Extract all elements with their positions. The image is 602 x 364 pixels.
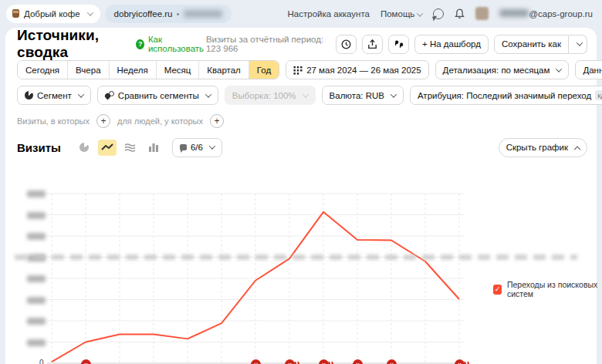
annotation-bubble-icon: н <box>455 359 465 364</box>
detalization-dropdown[interactable]: Детализация: по месяцам <box>435 60 570 79</box>
visits-period-value: 123 966 <box>206 44 238 53</box>
chevron-down-icon <box>576 39 582 46</box>
date-range-value: 27 мая 2024 — 26 мая 2025 <box>306 66 421 75</box>
period-month[interactable]: Месяц <box>157 61 200 79</box>
segment-builder-row: Визиты, в которых + для людей, у которых… <box>17 113 224 130</box>
chevron-down-icon <box>78 91 84 97</box>
chart-type-area[interactable] <box>121 140 140 156</box>
user-email[interactable]: @caps-group.ru <box>499 9 593 19</box>
hide-chart-button[interactable]: Скрыть график <box>499 138 587 157</box>
chevron-down-icon <box>86 9 93 15</box>
help-green-icon: ? <box>136 39 144 49</box>
chevron-down-icon <box>556 66 562 72</box>
y-axis-label-blurred <box>27 233 46 240</box>
site-domain: dobryicoffee.ru <box>114 9 173 19</box>
save-as-button[interactable]: Сохранить как <box>494 35 569 54</box>
add-people-condition-button[interactable]: + <box>210 114 224 128</box>
save-as-dropdown[interactable] <box>569 35 587 54</box>
annotation-marker[interactable]: н <box>81 359 98 364</box>
y-axis-label-blurred <box>27 339 46 346</box>
y-axis-label-blurred <box>27 318 46 325</box>
chart-type-pie[interactable] <box>75 140 93 156</box>
coffee-favicon-icon <box>12 9 19 18</box>
annotation-marker[interactable]: н <box>251 359 268 364</box>
period-row: Сегодня Вчера Неделя Месяц Квартал Год 2… <box>17 60 602 79</box>
annotation-marker[interactable]: н <box>455 359 472 364</box>
add-visit-condition-button[interactable]: + <box>96 114 110 128</box>
compare-segments-icon <box>105 91 114 99</box>
history-button[interactable] <box>336 35 357 54</box>
chevron-down-icon <box>417 10 423 16</box>
legend-label: Переходы из поисковых систем <box>507 280 602 298</box>
help-menu[interactable]: Помощь <box>380 9 422 19</box>
marks-button[interactable] <box>388 35 409 54</box>
how-to-use-link[interactable]: Как использовать <box>148 35 206 53</box>
save-as-split-button: Сохранить как <box>494 35 587 54</box>
filters-row: Сегмент Сравнить сегменты Выборка: 100% … <box>17 86 602 105</box>
period-quarter[interactable]: Квартал <box>199 61 249 79</box>
period-today[interactable]: Сегодня <box>18 61 68 79</box>
chevron-down-icon <box>209 143 215 149</box>
people-condition-label: для людей, у которых <box>117 116 203 126</box>
report-header: Источники, сводка ? Как использовать Виз… <box>17 34 587 54</box>
segment-dropdown[interactable]: Сегмент <box>17 86 91 105</box>
paw-marks-icon <box>393 39 404 49</box>
annotation-bubble-icon: н <box>285 359 295 364</box>
legend-checkbox[interactable]: ✓ <box>493 285 502 295</box>
project-name: Добрый кофе <box>24 9 80 19</box>
chart-header-row: Визиты 6/6 <box>17 137 587 157</box>
annotation-bubble-icon: н <box>387 359 397 364</box>
add-to-dashboard-button[interactable]: + На дашборд <box>414 35 489 54</box>
visits-chart: Май 24Июл 24Сен 24Ноя 24Янв 25Мар 25Май … <box>5 157 602 364</box>
header-buttons: + На дашборд Сохранить как <box>336 35 587 54</box>
period-week[interactable]: Неделя <box>110 61 157 79</box>
y-axis-zero-label: 0 <box>39 359 44 364</box>
columns-chart-icon <box>148 143 159 152</box>
project-selector[interactable]: Добрый кофе <box>6 5 100 23</box>
account-settings-link[interactable]: Настройка аккаунта <box>288 9 370 19</box>
chart-type-line[interactable] <box>98 140 117 156</box>
blurred-site-id <box>184 10 222 18</box>
avatar[interactable] <box>475 7 489 20</box>
y-axis-label-blurred <box>27 297 46 304</box>
clock-icon <box>341 39 351 49</box>
annotation-bubble-icon: н <box>251 359 261 364</box>
annotation-bubble-icon: н <box>319 359 329 364</box>
stacked-area-icon <box>124 143 136 152</box>
annotation-marker[interactable]: н <box>353 359 370 364</box>
y-axis-label-blurred <box>27 212 46 219</box>
notes-filter-button[interactable]: 6/6 <box>172 138 222 157</box>
compare-segments-dropdown[interactable]: Сравнить сегменты <box>97 86 218 105</box>
report-card: Источники, сводка ? Как использовать Виз… <box>5 28 597 364</box>
visits-condition-label: Визиты, в которых <box>17 116 90 126</box>
calendar-icon <box>293 66 303 75</box>
line-chart-canvas[interactable] <box>27 191 471 364</box>
bell-icon[interactable] <box>455 8 465 19</box>
chat-icon[interactable] <box>433 8 444 19</box>
site-pill[interactable]: dobryicoffee.ru • <box>105 5 232 23</box>
chevron-down-icon <box>302 91 308 97</box>
date-range-button[interactable]: 27 мая 2024 — 26 мая 2025 <box>286 60 428 79</box>
period-yesterday[interactable]: Вчера <box>68 61 109 79</box>
chart-type-columns[interactable] <box>144 140 163 156</box>
blurred-next-section <box>15 254 577 260</box>
annotation-marker[interactable]: н <box>285 359 302 364</box>
annotation-marker[interactable]: н <box>319 359 336 364</box>
chart-legend: ✓ Переходы из поисковых систем <box>493 280 602 298</box>
page-title: Источники, сводка <box>17 27 127 61</box>
pie-chart-icon <box>79 143 89 152</box>
note-bubble-icon <box>180 144 187 150</box>
attribution-dropdown[interactable]: Атрибуция: Последний значимый переход кд <box>410 86 602 105</box>
annotation-marker[interactable]: н <box>387 359 404 364</box>
data-mode-dropdown[interactable]: Данные: с роботами <box>575 60 602 79</box>
topbar-right: Настройка аккаунта Помощь @caps-group.ru <box>288 7 602 20</box>
upload-icon <box>367 39 377 49</box>
sampling-dropdown[interactable]: Выборка: 100% <box>225 86 316 105</box>
dot-separator: • <box>176 9 179 19</box>
period-year[interactable]: Год <box>249 61 279 79</box>
currency-dropdown[interactable]: Валюта: RUB <box>322 86 404 105</box>
export-button[interactable] <box>362 35 383 54</box>
y-axis-label-blurred <box>27 275 46 282</box>
annotation-bubble-icon: н <box>353 359 363 364</box>
blurred-email-user <box>499 9 529 17</box>
